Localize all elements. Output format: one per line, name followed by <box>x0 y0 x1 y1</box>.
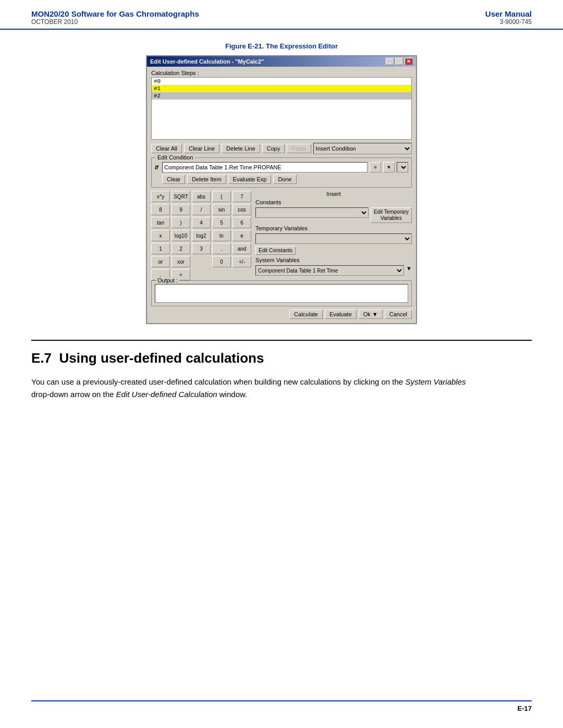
evaluate-btn[interactable]: Evaluate <box>325 310 357 319</box>
cancel-btn[interactable]: Cancel <box>385 310 412 319</box>
page-header: MON20/20 Software for Gas Chromatographs… <box>0 0 563 30</box>
sys-vars-select[interactable]: Component Data Table 1 Ret Time <box>255 265 404 276</box>
titlebar-buttons: _ □ ✕ <box>386 58 413 65</box>
key-cos[interactable]: cos <box>232 204 251 215</box>
copy-btn[interactable]: Copy <box>262 144 285 153</box>
footer-bottom: E-17 <box>31 705 532 712</box>
key-9[interactable]: 9 <box>172 204 190 215</box>
right-panel: Insert Constants Edit Temporary Variable… <box>255 191 412 280</box>
header-left: MON20/20 Software for Gas Chromatographs… <box>31 9 199 26</box>
close-btn[interactable]: ✕ <box>405 58 413 65</box>
key-multiply[interactable]: x <box>151 230 170 241</box>
calc-step-1[interactable]: #1 <box>152 85 411 92</box>
header-right: User Manual 3-9000-745 <box>485 9 532 26</box>
if-label: If <box>155 164 160 170</box>
ok-btn[interactable]: Ok ▼ <box>359 310 383 319</box>
temp-vars-row <box>255 233 412 244</box>
temp-vars-label: Temporary Variables <box>255 225 412 231</box>
dialog-titlebar: Edit User-defined Calculation - "MyCalc2… <box>147 56 416 67</box>
key-tan[interactable]: tan <box>151 217 170 228</box>
done-btn[interactable]: Done <box>273 175 296 184</box>
key-posneg[interactable]: +/- <box>232 256 251 267</box>
key-close-paren[interactable]: ) <box>172 217 190 228</box>
dialog-title: Edit User-defined Calculation - "MyCalc2… <box>150 58 264 65</box>
clear-all-btn[interactable]: Clear All <box>151 144 182 153</box>
main-toolbar: Clear All Clear Line Delete Line Copy Pa… <box>151 143 412 154</box>
paste-btn[interactable]: Paste <box>287 144 311 153</box>
figure-label: Figure E-21. <box>225 42 264 50</box>
clear-btn[interactable]: Clear <box>162 175 185 184</box>
condition-input[interactable] <box>162 162 368 172</box>
key-or[interactable]: or <box>151 256 170 267</box>
output-group: Output : <box>151 280 412 306</box>
evaluate-exp-btn[interactable]: Evaluate Exp <box>228 175 272 184</box>
key-1[interactable]: 1 <box>151 243 170 254</box>
key-log10[interactable]: log10 <box>172 230 190 241</box>
key-sqrt[interactable]: SQRT <box>172 191 190 202</box>
clear-line-btn[interactable]: Clear Line <box>184 144 219 153</box>
body-italic-1: System Variables <box>405 377 466 386</box>
key-5[interactable]: 5 <box>212 217 231 228</box>
calc-step-2[interactable]: #2 <box>152 92 411 100</box>
key-0[interactable]: 0 <box>212 256 231 267</box>
key-7[interactable]: 7 <box>232 191 251 202</box>
sys-vars-label: System Variables <box>255 257 412 263</box>
condition-dropdown-btn[interactable]: ▼ <box>383 162 395 172</box>
condition-toolbar: Clear Delete Item Evaluate Exp Done <box>155 175 408 184</box>
key-8[interactable]: 8 <box>151 204 170 215</box>
key-empty <box>192 256 211 267</box>
edit-condition-group: Edit Condition If ≡ ▼ Clear Delete Item … <box>151 157 412 188</box>
key-log2[interactable]: log2 <box>192 230 211 241</box>
key-dot-r3[interactable]: . <box>212 243 231 254</box>
key-4[interactable]: 4 <box>192 217 211 228</box>
key-ln[interactable]: ln <box>212 230 231 241</box>
calc-step-0[interactable]: #0 <box>152 78 411 85</box>
insert-label: Insert <box>255 191 412 197</box>
edit-constants-btn[interactable]: Edit Constants <box>255 246 296 255</box>
constants-row: Edit Temporary Variables <box>255 207 412 223</box>
key-xor[interactable]: xor <box>172 256 190 267</box>
minimize-btn[interactable]: _ <box>386 58 394 65</box>
edit-constants-row: Edit Constants <box>255 246 412 255</box>
maximize-btn[interactable]: □ <box>395 58 403 65</box>
key-open-paren[interactable]: ( <box>212 191 231 202</box>
dialog-body: Calculation Steps : #0 #1 #2 Clear All C… <box>147 67 416 323</box>
key-2[interactable]: 2 <box>172 243 190 254</box>
key-xy[interactable]: x^y <box>151 191 170 202</box>
key-divide[interactable]: / <box>192 204 211 215</box>
body-text-2: drop-down arrow on the <box>31 390 114 399</box>
key-abs[interactable]: abs <box>192 191 211 202</box>
edit-condition-label: Edit Condition <box>156 154 195 161</box>
sys-vars-dropdown-icon: ▼ <box>406 265 412 272</box>
footer-divider <box>31 700 532 701</box>
constants-select[interactable] <box>255 207 369 218</box>
edit-temp-vars-btn[interactable]: Edit Temporary Variables <box>371 207 412 223</box>
condition-icon-btn[interactable]: ≡ <box>370 162 381 172</box>
condition-extra-select[interactable] <box>397 162 408 172</box>
calc-steps-box: #0 #1 #2 <box>151 77 412 140</box>
insert-condition-dropdown[interactable]: Insert Condition <box>313 143 412 154</box>
key-3[interactable]: 3 <box>192 243 211 254</box>
calc-steps-label: Calculation Steps : <box>151 70 412 76</box>
output-box <box>155 284 408 303</box>
key-sin[interactable]: sin <box>212 204 231 215</box>
key-and[interactable]: and <box>232 243 251 254</box>
key-e[interactable]: e <box>232 230 251 241</box>
output-label: Output : <box>156 277 179 283</box>
body-text-1: You can use a previously-created user-de… <box>31 377 403 386</box>
section-heading: E.7 Using user-defined calculations <box>31 350 532 366</box>
key-6[interactable]: 6 <box>232 217 251 228</box>
keypad-grid: x^y SQRT abs ( 7 8 9 / sin cos tan ) 4 <box>151 191 251 280</box>
dialog-window: Edit User-defined Calculation - "MyCalc2… <box>146 55 417 324</box>
body-italic-2: Edit User-defined Calculation <box>116 390 217 399</box>
temp-vars-select[interactable] <box>255 233 412 244</box>
bottom-toolbar: Calculate Evaluate Ok ▼ Cancel <box>151 310 412 319</box>
delete-item-btn[interactable]: Delete Item <box>187 175 226 184</box>
delete-line-btn[interactable]: Delete Line <box>222 144 260 153</box>
constants-label: Constants <box>255 199 412 205</box>
insert-condition-select[interactable]: Insert Condition <box>313 143 412 154</box>
calculate-btn[interactable]: Calculate <box>289 310 323 319</box>
figure-text: The Expression Editor <box>266 42 338 50</box>
page-number: E-17 <box>518 705 532 712</box>
manual-number: 3-9000-745 <box>485 18 532 26</box>
